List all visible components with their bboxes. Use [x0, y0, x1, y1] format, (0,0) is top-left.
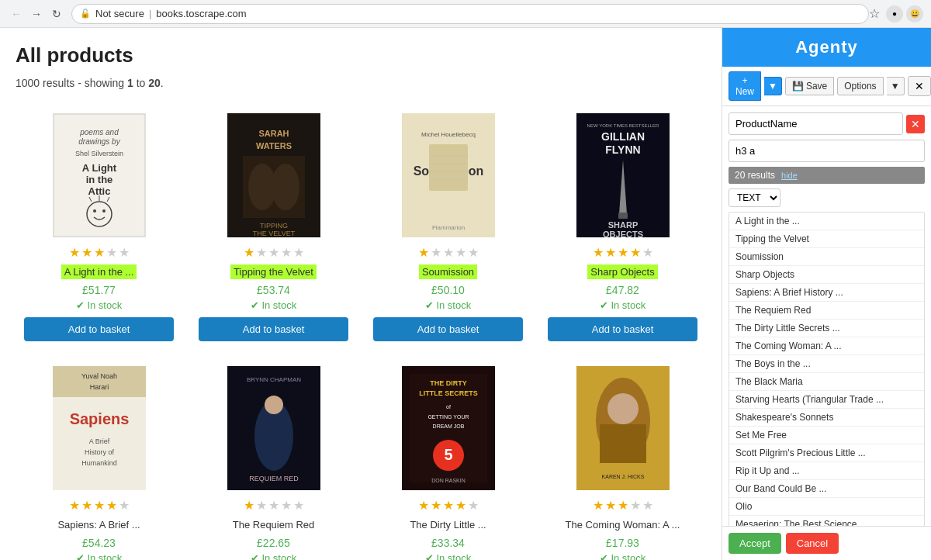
options-dropdown-button[interactable]: ▼ [887, 77, 905, 95]
field-name-row: ✕ [729, 112, 925, 135]
svg-text:Humankind: Humankind [81, 459, 117, 467]
result-item[interactable]: Tipping the Velvet [729, 230, 924, 248]
star-1: ★ [593, 245, 604, 260]
book-cover-image: KAREN J. HICKS [576, 366, 670, 490]
result-item[interactable]: Mesaerion: The Best Science ... [729, 516, 924, 526]
star-4: ★ [455, 245, 466, 260]
results-hide-link[interactable]: hide [781, 171, 798, 180]
result-item[interactable]: Set Me Free [729, 427, 924, 444]
svg-text:OBJECTS: OBJECTS [603, 230, 643, 237]
field-type-select[interactable]: TEXT HREF HTML [729, 188, 780, 207]
field-name-input[interactable] [729, 112, 903, 135]
star-3: ★ [268, 498, 279, 513]
product-price: £17.93 [606, 537, 639, 549]
star-5: ★ [119, 498, 130, 513]
back-button[interactable]: ← [8, 5, 25, 22]
extension-icon-1[interactable]: ● [886, 5, 903, 22]
star-3: ★ [94, 498, 105, 513]
book-cover: poems and drawings by Shel Silverstein A… [53, 113, 146, 237]
star-1: ★ [418, 498, 429, 513]
product-price: £51.77 [82, 284, 116, 296]
result-item[interactable]: The Boys in the ... [729, 355, 924, 373]
result-item[interactable]: The Coming Woman: A ... [729, 337, 924, 355]
in-stock-label: ✔ In stock [425, 299, 471, 311]
result-item[interactable]: The Dirty Little Secrets ... [729, 320, 924, 337]
product-title-link[interactable]: Sharp Objects [587, 264, 657, 279]
reload-button[interactable]: ↻ [48, 5, 65, 22]
in-stock-label: ✔ In stock [600, 299, 645, 311]
accept-button[interactable]: Accept [729, 533, 781, 554]
star-2: ★ [81, 498, 92, 513]
result-item[interactable]: The Black Maria [729, 373, 924, 391]
star-3: ★ [268, 245, 279, 260]
product-title-link[interactable]: A Light in the ... [61, 264, 137, 279]
result-item[interactable]: The Requiem Red [729, 302, 924, 320]
star-5: ★ [642, 498, 653, 513]
svg-text:WATERS: WATERS [255, 141, 291, 150]
agenty-toolbar: + New ▼ 💾 Save Options ▼ ✕ [722, 67, 931, 106]
svg-text:NEW YORK TIMES BESTSELLER: NEW YORK TIMES BESTSELLER [587, 123, 659, 128]
book-cover-image: Michel Houellebecq Soumission Flammarion [402, 113, 495, 237]
save-button[interactable]: 💾 Save [785, 77, 834, 95]
svg-text:KAREN J. HICKS: KAREN J. HICKS [601, 474, 644, 479]
star-1: ★ [593, 498, 604, 513]
book-cover-image: THE DIRTY LITTLE SECRETS of GETTING YOUR… [402, 366, 495, 490]
star-4: ★ [281, 245, 292, 260]
svg-point-19 [272, 164, 299, 210]
result-item[interactable]: A Light in the ... [729, 213, 924, 230]
product-title-link[interactable]: Sapiens: A Brief ... [54, 517, 143, 532]
star-rating: ★ ★ ★ ★ ★ [593, 245, 653, 260]
product-card: Yuval Noah Harari Sapiens A Brief Histor… [16, 358, 182, 560]
result-item[interactable]: Our Band Could Be ... [729, 480, 924, 498]
star-4: ★ [106, 245, 117, 260]
new-dropdown-button[interactable]: ▼ [764, 77, 782, 95]
add-to-basket-button[interactable]: Add to basket [548, 317, 697, 341]
add-to-basket-button[interactable]: Add to basket [373, 317, 523, 341]
result-item[interactable]: Rip it Up and ... [729, 462, 924, 480]
result-item[interactable]: Starving Hearts (Triangular Trade ... [729, 391, 924, 409]
product-title-link[interactable]: Tipping the Velvet [230, 264, 317, 279]
svg-text:SHARP: SHARP [607, 220, 638, 230]
field-clear-button[interactable]: ✕ [906, 115, 925, 133]
result-item[interactable]: Sharp Objects [729, 266, 924, 284]
security-icon: 🔓 [80, 9, 91, 19]
svg-text:poems and: poems and [79, 128, 119, 137]
result-item[interactable]: Olio [729, 498, 924, 516]
result-item[interactable]: Sapiens: A Brief History ... [729, 284, 924, 302]
book-cover: KAREN J. HICKS [576, 366, 670, 490]
product-title-link[interactable]: The Requiem Red [230, 517, 318, 532]
security-label: Not secure [95, 8, 144, 19]
browser-nav-buttons: ← → ↻ [8, 5, 65, 22]
result-item[interactable]: Shakespeare's Sonnets [729, 409, 924, 427]
close-button[interactable]: ✕ [908, 76, 931, 96]
star-5: ★ [468, 245, 479, 260]
bookmark-star-icon[interactable]: ☆ [869, 6, 880, 21]
url-display: books.toscrape.com [156, 8, 246, 19]
results-count-label: 20 results [735, 170, 775, 181]
product-price: £47.82 [606, 284, 639, 296]
product-title-link[interactable]: The Dirty Little ... [407, 517, 489, 532]
star-1: ★ [244, 245, 254, 260]
product-card: Michel Houellebecq Soumission Flammarion… [365, 105, 531, 350]
in-stock-label: ✔ In stock [76, 299, 122, 311]
star-rating: ★ ★ ★ ★ ★ [69, 245, 130, 260]
product-title-link[interactable]: The Coming Woman: A ... [562, 517, 684, 532]
result-item[interactable]: Soumission [729, 248, 924, 266]
star-1: ★ [69, 245, 80, 260]
selector-input[interactable] [729, 140, 925, 162]
forward-button[interactable]: → [28, 5, 45, 22]
address-bar[interactable]: 🔓 Not secure | books.toscrape.com [71, 4, 869, 24]
cancel-button[interactable]: Cancel [786, 533, 839, 554]
svg-text:TIPPING: TIPPING [259, 222, 287, 230]
add-to-basket-button[interactable]: Add to basket [24, 317, 174, 341]
product-title-link[interactable]: Soumission [419, 264, 477, 279]
result-item[interactable]: Scott Pilgrim's Precious Little ... [729, 444, 924, 462]
add-to-basket-button[interactable]: Add to basket [199, 317, 348, 341]
new-button[interactable]: + New [729, 71, 761, 101]
svg-text:A Brief: A Brief [88, 437, 109, 445]
products-grid: poems and drawings by Shel Silverstein A… [16, 105, 706, 560]
svg-text:Flammarion: Flammarion [431, 224, 464, 231]
extension-icon-2[interactable]: 😀 [906, 5, 923, 22]
options-button[interactable]: Options [837, 77, 883, 95]
save-label: Save [806, 81, 827, 92]
